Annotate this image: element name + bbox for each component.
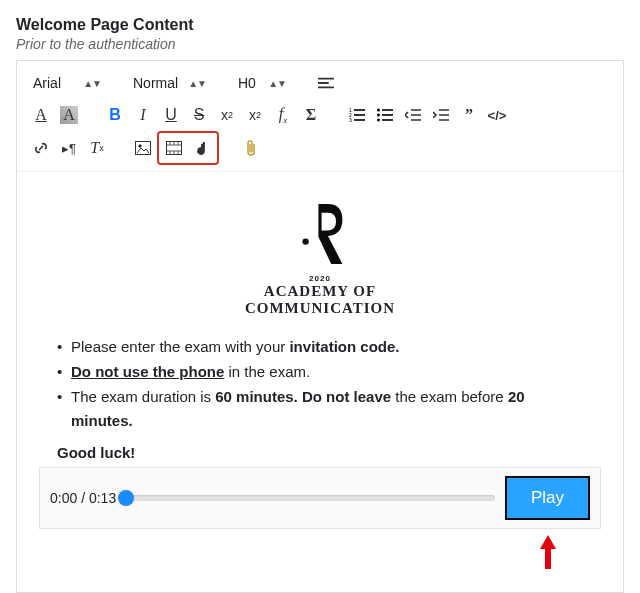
font-family-value: Arial xyxy=(33,75,61,91)
logo-block: 2020 ACADEMY OF COMMUNICATION xyxy=(39,192,601,317)
bold-button[interactable]: B xyxy=(101,101,129,129)
unordered-list-button[interactable] xyxy=(371,101,399,129)
logo-year: 2020 xyxy=(39,274,601,283)
section-title: Welcome Page Content xyxy=(16,16,624,34)
svg-text:3: 3 xyxy=(349,117,352,122)
svg-point-3 xyxy=(377,109,380,112)
audio-seek-track[interactable] xyxy=(126,495,495,501)
annotation-arrow-icon xyxy=(39,535,557,574)
svg-point-4 xyxy=(377,114,380,117)
caret-icon: ▲▼ xyxy=(268,78,286,89)
media-button-group-highlight xyxy=(157,131,219,165)
audio-time: 0:00 / 0:13 xyxy=(50,490,116,506)
logo-text-line1: ACADEMY OF xyxy=(39,283,601,300)
font-family-select[interactable]: Arial ▲▼ xyxy=(27,69,107,97)
paragraph-style-button[interactable] xyxy=(312,69,340,97)
indent-button[interactable] xyxy=(427,101,455,129)
sigma-button[interactable]: Σ xyxy=(297,101,325,129)
play-button[interactable]: Play xyxy=(505,476,590,520)
ordered-list-button[interactable]: 123 xyxy=(343,101,371,129)
list-item: • Please enter the exam with your invita… xyxy=(57,335,583,360)
formula-button[interactable]: fx xyxy=(269,101,297,129)
italic-button[interactable]: I xyxy=(129,101,157,129)
audio-seek-thumb[interactable] xyxy=(118,490,134,506)
svg-point-5 xyxy=(377,119,380,122)
text: The exam duration is xyxy=(71,388,215,405)
caret-icon: ▲▼ xyxy=(188,78,206,89)
section-subtitle: Prior to the authentication xyxy=(16,36,624,52)
text-bold: 60 minutes. Do not leave xyxy=(215,388,391,405)
editor-content[interactable]: 2020 ACADEMY OF COMMUNICATION • Please e… xyxy=(17,171,623,592)
link-button[interactable] xyxy=(27,134,55,162)
font-size-value: Normal xyxy=(133,75,178,91)
direction-button[interactable]: ▸¶ xyxy=(55,134,83,162)
rich-text-editor: Arial ▲▼ Normal ▲▼ H0 ▲▼ A A B I U S xyxy=(16,60,624,593)
highlight-button[interactable]: A xyxy=(55,101,83,129)
clear-format-button[interactable]: Tx xyxy=(83,134,111,162)
logo-text-line2: COMMUNICATION xyxy=(39,300,601,317)
attachment-button[interactable] xyxy=(237,134,265,162)
image-button[interactable] xyxy=(129,134,157,162)
video-button[interactable] xyxy=(160,134,188,162)
code-button[interactable]: </> xyxy=(483,101,511,129)
underline-button[interactable]: U xyxy=(157,101,185,129)
editor-toolbar: Arial ▲▼ Normal ▲▼ H0 ▲▼ A A B I U S xyxy=(17,61,623,171)
list-item: • Do not use the phone in the exam. xyxy=(57,360,583,385)
blockquote-button[interactable]: ” xyxy=(455,101,483,129)
superscript-button[interactable]: x2 xyxy=(241,101,269,129)
logo-icon xyxy=(280,192,360,272)
text: in the exam. xyxy=(224,363,310,380)
text-bold: invitation code. xyxy=(289,338,399,355)
caret-icon: ▲▼ xyxy=(83,78,101,89)
text: the exam before xyxy=(391,388,508,405)
text-color-button[interactable]: A xyxy=(27,101,55,129)
text: Please enter the exam with your xyxy=(71,338,289,355)
svg-point-9 xyxy=(302,238,308,244)
heading-select[interactable]: H0 ▲▼ xyxy=(232,69,292,97)
svg-point-7 xyxy=(139,145,142,148)
heading-value: H0 xyxy=(238,75,256,91)
text-bold-underline: Do not use the phone xyxy=(71,363,224,380)
subscript-button[interactable]: x2 xyxy=(213,101,241,129)
instruction-list: • Please enter the exam with your invita… xyxy=(57,335,583,434)
font-size-select[interactable]: Normal ▲▼ xyxy=(127,69,212,97)
audio-player: 0:00 / 0:13 Play xyxy=(39,467,601,529)
outdent-button[interactable] xyxy=(399,101,427,129)
list-item: • The exam duration is 60 minutes. Do no… xyxy=(57,385,583,435)
audio-button[interactable] xyxy=(188,134,216,162)
strikethrough-button[interactable]: S xyxy=(185,101,213,129)
good-luck-text: Good luck! xyxy=(57,444,601,461)
